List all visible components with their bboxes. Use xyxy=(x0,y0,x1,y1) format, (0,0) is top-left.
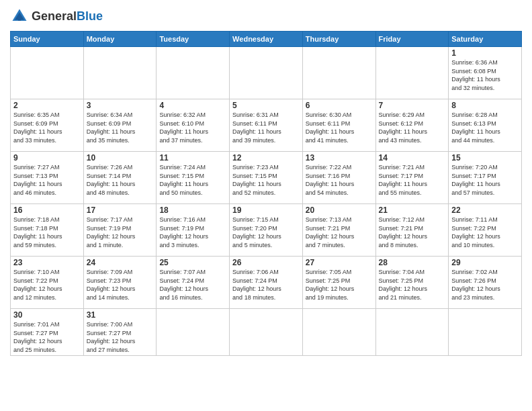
day-number: 3 xyxy=(87,101,154,110)
calendar-cell: 3Sunrise: 6:34 AM Sunset: 6:09 PM Daylig… xyxy=(83,99,157,152)
calendar-cell: 20Sunrise: 7:13 AM Sunset: 7:21 PM Dayli… xyxy=(302,204,375,257)
calendar-page: GeneralBlue SundayMondayTuesdayWednesday… xyxy=(0,0,532,411)
day-number: 11 xyxy=(159,153,226,163)
calendar-cell xyxy=(302,47,375,99)
calendar-cell: 10Sunrise: 7:26 AM Sunset: 7:14 PM Dayli… xyxy=(83,152,157,204)
day-info: Sunrise: 7:17 AM Sunset: 7:19 PM Dayligh… xyxy=(87,216,154,249)
weekday-header-sunday: Sunday xyxy=(11,32,84,47)
calendar-cell: 9Sunrise: 7:27 AM Sunset: 7:13 PM Daylig… xyxy=(11,152,84,204)
logo-text: GeneralBlue xyxy=(32,10,103,23)
day-number: 21 xyxy=(379,205,446,215)
calendar-cell xyxy=(83,47,157,99)
day-info: Sunrise: 6:32 AM Sunset: 6:10 PM Dayligh… xyxy=(159,111,226,144)
day-info: Sunrise: 7:27 AM Sunset: 7:13 PM Dayligh… xyxy=(13,163,81,197)
calendar-cell: 25Sunrise: 7:07 AM Sunset: 7:24 PM Dayli… xyxy=(157,257,230,309)
day-number: 1 xyxy=(451,48,519,58)
calendar-cell: 29Sunrise: 7:02 AM Sunset: 7:26 PM Dayli… xyxy=(449,257,522,309)
calendar-cell: 8Sunrise: 6:28 AM Sunset: 6:13 PM Daylig… xyxy=(449,99,522,152)
calendar-week-5: 30Sunrise: 7:01 AM Sunset: 7:27 PM Dayli… xyxy=(11,309,522,356)
day-info: Sunrise: 7:07 AM Sunset: 7:24 PM Dayligh… xyxy=(159,268,226,302)
day-info: Sunrise: 7:06 AM Sunset: 7:24 PM Dayligh… xyxy=(232,268,300,302)
day-number: 9 xyxy=(13,153,81,163)
day-info: Sunrise: 7:01 AM Sunset: 7:27 PM Dayligh… xyxy=(13,320,81,354)
weekday-header-wednesday: Wednesday xyxy=(230,32,303,47)
calendar-week-3: 16Sunrise: 7:18 AM Sunset: 7:18 PM Dayli… xyxy=(11,204,522,257)
day-number: 26 xyxy=(232,258,300,267)
calendar-cell xyxy=(449,309,522,356)
weekday-header-saturday: Saturday xyxy=(449,32,522,47)
calendar-cell: 24Sunrise: 7:09 AM Sunset: 7:23 PM Dayli… xyxy=(83,257,157,309)
calendar-cell: 31Sunrise: 7:00 AM Sunset: 7:27 PM Dayli… xyxy=(83,309,157,356)
calendar-cell: 26Sunrise: 7:06 AM Sunset: 7:24 PM Dayli… xyxy=(230,257,303,309)
day-number: 18 xyxy=(159,205,226,215)
weekday-header-friday: Friday xyxy=(375,32,449,47)
calendar-week-0: 1Sunrise: 6:36 AM Sunset: 6:08 PM Daylig… xyxy=(11,47,522,99)
day-number: 14 xyxy=(379,153,446,163)
day-info: Sunrise: 6:36 AM Sunset: 6:08 PM Dayligh… xyxy=(451,58,519,92)
calendar-cell: 2Sunrise: 6:35 AM Sunset: 6:09 PM Daylig… xyxy=(11,99,84,152)
day-info: Sunrise: 7:05 AM Sunset: 7:25 PM Dayligh… xyxy=(306,268,373,302)
calendar-cell xyxy=(375,47,449,99)
day-info: Sunrise: 7:09 AM Sunset: 7:23 PM Dayligh… xyxy=(87,268,154,302)
day-number: 24 xyxy=(87,258,154,267)
day-info: Sunrise: 7:15 AM Sunset: 7:20 PM Dayligh… xyxy=(232,216,300,249)
day-number: 12 xyxy=(232,153,300,163)
calendar-cell: 11Sunrise: 7:24 AM Sunset: 7:15 PM Dayli… xyxy=(157,152,230,204)
day-info: Sunrise: 7:21 AM Sunset: 7:17 PM Dayligh… xyxy=(379,163,446,197)
day-info: Sunrise: 7:24 AM Sunset: 7:15 PM Dayligh… xyxy=(159,163,226,197)
logo: GeneralBlue xyxy=(10,7,103,26)
day-number: 7 xyxy=(379,101,446,110)
logo-blue: Blue xyxy=(77,9,103,23)
day-info: Sunrise: 7:00 AM Sunset: 7:27 PM Dayligh… xyxy=(87,320,154,354)
calendar-cell: 18Sunrise: 7:16 AM Sunset: 7:19 PM Dayli… xyxy=(157,204,230,257)
calendar-cell: 12Sunrise: 7:23 AM Sunset: 7:15 PM Dayli… xyxy=(230,152,303,204)
day-number: 4 xyxy=(159,101,226,110)
day-info: Sunrise: 7:11 AM Sunset: 7:22 PM Dayligh… xyxy=(451,216,519,249)
day-number: 22 xyxy=(451,205,519,215)
day-info: Sunrise: 6:31 AM Sunset: 6:11 PM Dayligh… xyxy=(232,111,300,144)
day-info: Sunrise: 7:22 AM Sunset: 7:16 PM Dayligh… xyxy=(306,163,373,197)
day-info: Sunrise: 6:34 AM Sunset: 6:09 PM Dayligh… xyxy=(87,111,154,144)
day-number: 6 xyxy=(306,101,373,110)
calendar-cell: 27Sunrise: 7:05 AM Sunset: 7:25 PM Dayli… xyxy=(302,257,375,309)
calendar-cell: 19Sunrise: 7:15 AM Sunset: 7:20 PM Dayli… xyxy=(230,204,303,257)
day-number: 25 xyxy=(159,258,226,267)
calendar-cell: 4Sunrise: 6:32 AM Sunset: 6:10 PM Daylig… xyxy=(157,99,230,152)
day-number: 5 xyxy=(232,101,300,110)
calendar-cell: 17Sunrise: 7:17 AM Sunset: 7:19 PM Dayli… xyxy=(83,204,157,257)
day-info: Sunrise: 7:26 AM Sunset: 7:14 PM Dayligh… xyxy=(87,163,154,197)
calendar-cell: 5Sunrise: 6:31 AM Sunset: 6:11 PM Daylig… xyxy=(230,99,303,152)
calendar-cell: 28Sunrise: 7:04 AM Sunset: 7:25 PM Dayli… xyxy=(375,257,449,309)
svg-rect-2 xyxy=(18,17,21,21)
header: GeneralBlue xyxy=(10,7,522,26)
logo-icon xyxy=(10,7,29,26)
day-number: 8 xyxy=(451,101,519,110)
calendar-cell: 23Sunrise: 7:10 AM Sunset: 7:22 PM Dayli… xyxy=(11,257,84,309)
calendar-week-2: 9Sunrise: 7:27 AM Sunset: 7:13 PM Daylig… xyxy=(11,152,522,204)
calendar-cell: 22Sunrise: 7:11 AM Sunset: 7:22 PM Dayli… xyxy=(449,204,522,257)
day-number: 31 xyxy=(87,310,154,320)
day-number: 13 xyxy=(306,153,373,163)
calendar-cell: 15Sunrise: 7:20 AM Sunset: 7:17 PM Dayli… xyxy=(449,152,522,204)
day-info: Sunrise: 7:13 AM Sunset: 7:21 PM Dayligh… xyxy=(306,216,373,249)
calendar-cell: 30Sunrise: 7:01 AM Sunset: 7:27 PM Dayli… xyxy=(11,309,84,356)
day-info: Sunrise: 7:20 AM Sunset: 7:17 PM Dayligh… xyxy=(451,163,519,197)
day-number: 17 xyxy=(87,205,154,215)
calendar-cell xyxy=(230,47,303,99)
day-number: 28 xyxy=(379,258,446,267)
calendar-cell xyxy=(230,309,303,356)
day-number: 19 xyxy=(232,205,300,215)
calendar-cell: 14Sunrise: 7:21 AM Sunset: 7:17 PM Dayli… xyxy=(375,152,449,204)
calendar-cell: 6Sunrise: 6:30 AM Sunset: 6:11 PM Daylig… xyxy=(302,99,375,152)
day-info: Sunrise: 7:16 AM Sunset: 7:19 PM Dayligh… xyxy=(159,216,226,249)
calendar-week-1: 2Sunrise: 6:35 AM Sunset: 6:09 PM Daylig… xyxy=(11,99,522,152)
day-info: Sunrise: 6:29 AM Sunset: 6:12 PM Dayligh… xyxy=(379,111,446,144)
calendar-week-4: 23Sunrise: 7:10 AM Sunset: 7:22 PM Dayli… xyxy=(11,257,522,309)
day-info: Sunrise: 6:28 AM Sunset: 6:13 PM Dayligh… xyxy=(451,111,519,144)
day-number: 29 xyxy=(451,258,519,267)
day-info: Sunrise: 7:02 AM Sunset: 7:26 PM Dayligh… xyxy=(451,268,519,302)
calendar-cell: 16Sunrise: 7:18 AM Sunset: 7:18 PM Dayli… xyxy=(11,204,84,257)
day-info: Sunrise: 6:35 AM Sunset: 6:09 PM Dayligh… xyxy=(13,111,81,144)
day-info: Sunrise: 6:30 AM Sunset: 6:11 PM Dayligh… xyxy=(306,111,373,144)
day-number: 10 xyxy=(87,153,154,163)
